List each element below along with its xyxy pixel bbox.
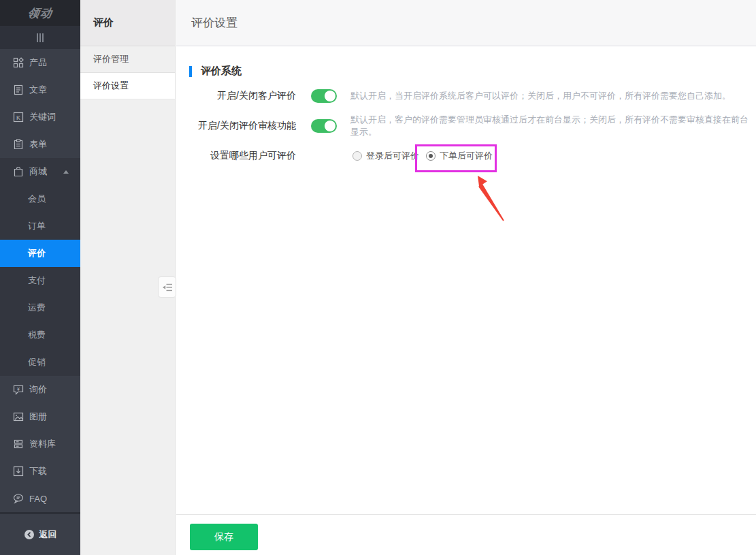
setting-label: 设置哪些用户可评价 bbox=[176, 150, 296, 162]
radio-option-after-login[interactable]: 登录后可评价 bbox=[352, 150, 419, 162]
submenu-item-review-management[interactable]: 评价管理 bbox=[80, 46, 175, 73]
submenu-panel-title: 评价 bbox=[80, 0, 175, 46]
sidebar-item-library[interactable]: 资料库 bbox=[0, 430, 80, 458]
page-title: 评价设置 bbox=[176, 0, 756, 46]
sidebar-item-forms[interactable]: 表单 bbox=[0, 131, 80, 158]
radio-label: 登录后可评价 bbox=[366, 150, 419, 162]
database-drawers-icon bbox=[13, 439, 24, 449]
settings-content: 评价系统 开启/关闭客户评价 默认开启，当开启评价系统后客户可以评价；关闭后，用… bbox=[176, 46, 756, 514]
back-circle-icon bbox=[24, 529, 35, 540]
svg-text:K: K bbox=[16, 114, 20, 121]
sidebar-subitem-promotion[interactable]: 促销 bbox=[0, 349, 80, 376]
sidebar-subitem-tax[interactable]: 税费 bbox=[0, 321, 80, 349]
sidebar-subitem-orders[interactable]: 订单 bbox=[0, 212, 80, 240]
save-button[interactable]: 保存 bbox=[190, 524, 258, 550]
radio-selected-icon[interactable] bbox=[426, 151, 435, 161]
main-area: 评价设置 评价系统 开启/关闭客户评价 默认开启，当开启评价系统后客户可以评价；… bbox=[176, 0, 756, 555]
keyword-k-icon: K bbox=[13, 112, 24, 123]
sidebar-item-label: 询价 bbox=[29, 383, 47, 396]
sidebar-subitem-reviews[interactable]: 评价 bbox=[0, 240, 80, 267]
setting-row-enable-reviews: 开启/关闭客户评价 默认开启，当开启评价系统后客户可以评价；关闭后，用户不可评价… bbox=[176, 86, 756, 106]
sidebar-subitem-shipping[interactable]: 运费 bbox=[0, 294, 80, 321]
footer-bar: 保存 bbox=[176, 514, 756, 555]
outdent-icon bbox=[162, 283, 173, 292]
sidebar-item-label: 商城 bbox=[29, 165, 47, 178]
chevron-up-icon bbox=[63, 170, 69, 174]
sidebar-subitem-members[interactable]: 会员 bbox=[0, 185, 80, 212]
sidebar-item-label: 产品 bbox=[29, 57, 47, 69]
sidebar-item-label: 资料库 bbox=[29, 438, 56, 450]
vertical-bars-icon bbox=[37, 33, 38, 42]
sidebar-item-faq[interactable]: FAQ bbox=[0, 485, 80, 512]
back-button[interactable]: 返回 bbox=[0, 512, 80, 555]
sidebar-item-label: 表单 bbox=[29, 138, 47, 150]
who-can-review-radio-group: 登录后可评价 下单后可评价 bbox=[352, 150, 493, 162]
sidebar-collapse-button[interactable] bbox=[0, 26, 80, 49]
download-icon bbox=[13, 466, 24, 477]
section-title: 评价系统 bbox=[189, 65, 242, 78]
image-icon bbox=[13, 411, 24, 422]
submenu-item-review-settings[interactable]: 评价设置 bbox=[80, 73, 175, 99]
logo-text: 领动 bbox=[27, 5, 54, 21]
sidebar-item-label: FAQ bbox=[29, 494, 47, 504]
sidebar-item-label: 图册 bbox=[29, 411, 47, 423]
radio-option-after-order[interactable]: 下单后可评价 bbox=[426, 150, 493, 162]
enable-reviews-toggle[interactable] bbox=[311, 89, 337, 103]
panel-collapse-handle[interactable] bbox=[158, 276, 176, 298]
sidebar-item-download[interactable]: 下载 bbox=[0, 458, 80, 485]
sidebar-subitem-payment[interactable]: 支付 bbox=[0, 267, 80, 294]
shopping-bag-icon bbox=[13, 166, 24, 177]
toggle-knob bbox=[325, 121, 335, 131]
section-title-text: 评价系统 bbox=[201, 65, 242, 78]
sidebar-item-products[interactable]: 产品 bbox=[0, 49, 80, 76]
clipboard-icon bbox=[13, 139, 24, 150]
section-accent-bar bbox=[189, 66, 192, 77]
radio-label: 下单后可评价 bbox=[440, 150, 493, 162]
sidebar: 领动 产品 文章 K 关键词 表单 bbox=[0, 0, 80, 555]
sidebar-item-gallery[interactable]: 图册 bbox=[0, 403, 80, 430]
sidebar-item-keywords[interactable]: K 关键词 bbox=[0, 104, 80, 131]
back-label: 返回 bbox=[39, 528, 57, 541]
radio-unselected-icon[interactable] bbox=[352, 151, 362, 161]
toggle-knob bbox=[325, 91, 335, 101]
sidebar-item-inquiry[interactable]: ¥ 询价 bbox=[0, 376, 80, 403]
sidebar-item-label: 关键词 bbox=[29, 111, 56, 123]
faq-bubble-icon bbox=[13, 493, 24, 504]
setting-description: 默认开启，客户的评价需要管理员审核通过后才在前台显示；关闭后，所有评价不需要审核… bbox=[350, 114, 756, 138]
sidebar-item-label: 下载 bbox=[29, 465, 47, 477]
document-icon bbox=[13, 84, 24, 95]
sidebar-nav: 产品 文章 K 关键词 表单 商城 bbox=[0, 49, 80, 512]
inquiry-bubble-icon: ¥ bbox=[13, 384, 24, 395]
review-audit-toggle[interactable] bbox=[311, 119, 337, 133]
sidebar-item-label: 文章 bbox=[29, 84, 47, 96]
logo[interactable]: 领动 bbox=[0, 0, 80, 26]
setting-description: 默认开启，当开启评价系统后客户可以评价；关闭后，用户不可评价，所有评价需要您自己… bbox=[350, 90, 731, 102]
svg-text:¥: ¥ bbox=[17, 387, 20, 392]
setting-row-who-can-review: 设置哪些用户可评价 登录后可评价 下单后可评价 bbox=[176, 146, 756, 165]
setting-row-review-audit: 开启/关闭评价审核功能 默认开启，客户的评价需要管理员审核通过后才在前台显示；关… bbox=[176, 116, 756, 136]
setting-label: 开启/关闭客户评价 bbox=[176, 90, 296, 102]
sidebar-item-shop[interactable]: 商城 bbox=[0, 158, 80, 185]
setting-label: 开启/关闭评价审核功能 bbox=[176, 120, 296, 132]
sidebar-item-articles[interactable]: 文章 bbox=[0, 76, 80, 104]
grid-icon bbox=[13, 57, 24, 68]
